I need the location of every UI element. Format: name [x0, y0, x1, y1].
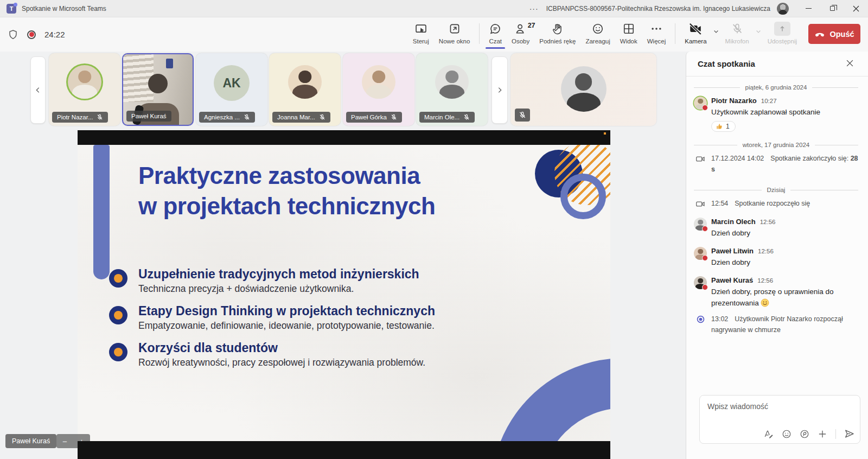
strip-scroll-right-button[interactable]	[492, 56, 508, 124]
steruj-button[interactable]: Steruj	[408, 21, 434, 44]
mic-off-icon	[519, 111, 526, 119]
chat-date-separator: wtorek, 17 grudnia 2024	[694, 142, 858, 148]
send-button[interactable]	[844, 429, 854, 439]
tile-joanna[interactable]: Joanna Mar...	[269, 53, 341, 126]
emoji-icon	[782, 429, 792, 439]
user-avatar[interactable]	[777, 3, 789, 15]
participant-name: Marcin Ole...	[424, 114, 459, 120]
compose-divider	[835, 429, 836, 439]
mic-off-icon	[97, 114, 103, 120]
emoji-button[interactable]	[782, 429, 792, 439]
participant-name: Paweł Kuraś	[131, 113, 167, 119]
attach-plus-button[interactable]	[818, 429, 827, 439]
shield-icon	[8, 29, 18, 40]
meeting-toolbar: 24:22 Steruj Nowe okno Czat 27	[0, 17, 868, 52]
camera-options-chevron-icon[interactable]	[712, 21, 720, 35]
zoom-out-button[interactable]: −	[62, 437, 67, 446]
kamera-button[interactable]: Kamera	[680, 21, 711, 44]
mikrofon-button[interactable]: Mikrofon	[720, 21, 754, 44]
opusc-leave-button[interactable]: Opuść	[808, 24, 860, 44]
app-title: Spotkanie w Microsoft Teams	[22, 5, 106, 12]
plus-icon	[818, 429, 827, 439]
close-button[interactable]	[844, 0, 868, 17]
chat-close-button[interactable]	[846, 59, 854, 67]
chat-event-meeting-started: 12:54Spotkanie rozpoczęło się	[694, 198, 858, 209]
toolbar-divider	[675, 23, 675, 44]
video-camera-icon	[694, 198, 707, 209]
nowe-okno-button[interactable]: Nowe okno	[434, 21, 475, 44]
wiecej-button[interactable]: Więcej	[642, 21, 671, 44]
participant-name: Paweł Górka	[351, 114, 387, 120]
slide-bullets: Uzupełnienie tradycyjnych metod inżynier…	[109, 267, 435, 378]
send-icon	[844, 429, 854, 439]
slide-letterbox-bottom	[78, 441, 610, 459]
close-icon	[846, 59, 854, 67]
mic-options-chevron-icon[interactable]	[754, 21, 763, 35]
chat-message: Piotr Nazarko10:27 Użytkownik zaplanował…	[694, 95, 858, 132]
tile-agnieszka[interactable]: AK Agnieszka ...	[196, 53, 267, 126]
slide-letterbox-top	[78, 130, 610, 145]
avatar	[288, 65, 322, 99]
video-camera-icon	[694, 153, 707, 175]
participant-filmstrip: Piotr Nazar... Paweł Kuraś AK Agnieszka …	[0, 53, 686, 127]
presenter-name-pill: Paweł Kuraś	[5, 434, 56, 448]
slide-decoration-bar	[93, 145, 110, 279]
tile-pawel-gorka[interactable]: Paweł Górka	[343, 53, 414, 126]
teams-logo-icon: T	[7, 4, 16, 14]
teams-meeting-window: { "titlebar": { "app_title": "Spotkanie …	[0, 0, 868, 459]
presenter-silhouette	[148, 74, 168, 93]
strip-scroll-left-button[interactable]	[30, 56, 46, 124]
mic-off-icon	[391, 114, 397, 120]
thumbs-up-icon	[716, 123, 723, 130]
slide-decoration-ring-small	[560, 174, 606, 219]
chat-message: Paweł Litwin12:56 Dzien dobry	[694, 246, 858, 268]
raise-hand-icon	[552, 22, 564, 35]
restore-button[interactable]	[820, 0, 844, 17]
slide-bullet: Etapy Design Thinking w projektach techn…	[109, 304, 435, 333]
avatar	[362, 65, 395, 99]
camera-off-icon	[689, 22, 702, 35]
chevron-left-icon	[34, 86, 42, 94]
udostepnij-button[interactable]: Udostępnij	[763, 21, 802, 44]
close-icon	[853, 5, 859, 12]
chevron-right-icon	[496, 86, 503, 94]
widok-button[interactable]: Widok	[615, 21, 642, 44]
chat-message: Marcin Olech12:56 Dzień dobry	[694, 216, 858, 239]
recording-icon	[694, 314, 707, 335]
loop-button[interactable]	[800, 429, 809, 439]
titlebar: T Spotkanie w Microsoft Teams ··· ICBPAN…	[0, 0, 868, 17]
chat-event-meeting-ended: 17.12.2024 14:02Spotkanie zakończyło się…	[694, 153, 858, 175]
thumbs-up-reaction[interactable]: 1	[711, 121, 736, 132]
tile-marcin-olech[interactable]: Marcin Ole...	[416, 53, 488, 126]
view-grid-icon	[623, 22, 635, 35]
mic-off-badge	[515, 109, 530, 122]
chat-title: Czat spotkania	[698, 59, 755, 68]
minimize-icon	[806, 8, 812, 9]
zareaguj-button[interactable]: Zareaguj	[580, 21, 615, 44]
tile-piotr-nazarko[interactable]: Piotr Nazar...	[49, 53, 120, 126]
participant-name: Agnieszka ...	[204, 114, 240, 120]
osoby-button[interactable]: 27 Osoby	[507, 21, 534, 44]
tile-pawel-kuras-video[interactable]: Paweł Kuraś	[122, 53, 194, 126]
format-text-button[interactable]	[764, 429, 774, 439]
share-screen-icon	[774, 22, 790, 35]
chat-event-recording-started: 13:02Użytkownik Piotr Nazarko rozpoczął …	[694, 314, 858, 335]
restore-icon	[830, 6, 835, 11]
podnies-reke-button[interactable]: Podnieś rękę	[534, 21, 580, 44]
chat-input[interactable]: Wpisz wiadomość	[707, 402, 768, 411]
avatar	[68, 65, 101, 99]
czat-tab-button[interactable]: Czat	[484, 21, 507, 44]
chat-icon	[489, 22, 501, 35]
recording-indicator-icon	[27, 30, 36, 39]
minimize-button[interactable]	[796, 0, 820, 17]
chat-message: Paweł Kuraś12:56 Dzień dobry, proszę o u…	[694, 275, 858, 309]
bullet-dot-icon	[109, 343, 127, 361]
mic-off-icon	[731, 22, 743, 35]
chat-message-list[interactable]: piątek, 6 grudnia 2024 Piotr Nazarko10:2…	[686, 76, 868, 335]
tile-unnamed-participant[interactable]	[510, 53, 656, 126]
titlebar-more-button[interactable]: ···	[522, 4, 546, 13]
participant-name: Joanna Mar...	[277, 114, 315, 120]
mic-off-icon	[463, 114, 470, 120]
new-window-icon	[449, 22, 461, 35]
participant-name: Piotr Nazar...	[57, 114, 93, 120]
